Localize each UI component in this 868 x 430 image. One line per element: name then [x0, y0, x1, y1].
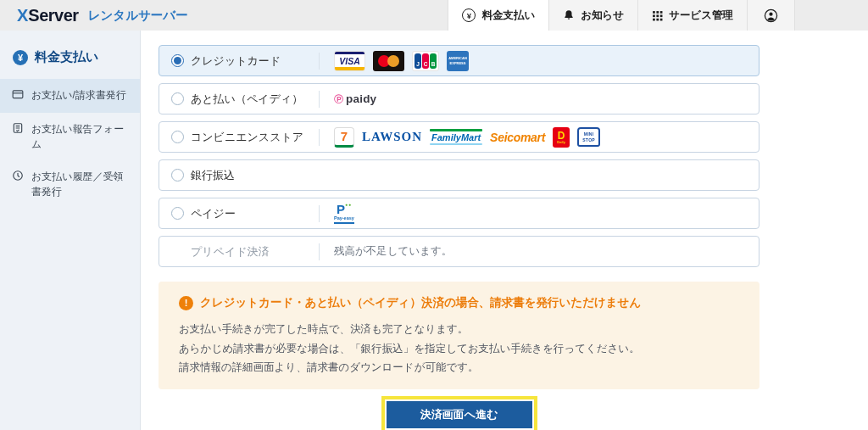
tab-payment-label: 料金支払い — [481, 8, 535, 23]
header-filler — [795, 0, 868, 31]
payment-option-prepaid: プリペイド決済 残高が不足しています。 — [159, 236, 760, 267]
payment-option-label: あと払い（ペイディ） — [191, 92, 303, 107]
top-header: X Server レンタルサーバー ¥ 料金支払い お知らせ — [0, 0, 868, 31]
payment-option-label: ペイジー — [191, 206, 236, 221]
user-circle-icon — [764, 8, 778, 23]
tab-payment[interactable]: ¥ 料金支払い — [448, 0, 548, 31]
notice-body: お支払い手続きが完了した時点で、決済も完了となります。 あらかじめ請求書が必要な… — [179, 320, 739, 377]
daily-yamazaki-logo: DDaily — [553, 127, 570, 148]
familymart-logo: FamilyMart — [430, 129, 482, 145]
warning-exclamation-icon: ! — [179, 296, 193, 310]
notice-line: 請求情報の詳細画面より、請求書のダウンロードが可能です。 — [179, 358, 739, 377]
radio-paidy[interactable] — [171, 92, 184, 105]
payment-option-bank-transfer[interactable]: 銀行振込 — [159, 159, 760, 191]
header-tabs: ¥ 料金支払い お知らせ サービス管理 — [448, 0, 795, 31]
radio-convenience-store[interactable] — [171, 131, 184, 143]
tab-news-label: お知らせ — [581, 8, 624, 23]
payment-option-convenience-store[interactable]: コンビニエンスストア 7 LAWSON FamilyMart Seicomart… — [159, 121, 760, 153]
payment-option-paidy[interactable]: あと払い（ペイディ） ℗ paidy — [159, 83, 760, 114]
yen-badge-icon: ¥ — [13, 50, 28, 65]
radio-payeasy[interactable] — [171, 207, 184, 220]
payment-option-label: プリペイド決済 — [171, 244, 270, 260]
payment-option-credit-card[interactable]: クレジットカード VISA JCB AMERICAN EXPRESS — [159, 45, 760, 76]
header-spacer — [188, 0, 448, 31]
invoice-notice-box: ! クレジットカード・あと払い（ペイディ）決済の場合、請求書を発行いただけません… — [159, 282, 760, 389]
logo-brand-server: Server — [28, 6, 78, 25]
annotation-highlight: 決済画面へ進む — [381, 396, 537, 430]
jcb-logo: JCB — [412, 51, 439, 71]
payment-method-list: クレジットカード VISA JCB AMERICAN EXPRESS あと払い（… — [159, 45, 760, 267]
card-icon — [12, 88, 24, 104]
visa-logo: VISA — [334, 51, 365, 71]
seven-eleven-logo: 7 — [334, 127, 354, 148]
tab-services-label: サービス管理 — [669, 8, 733, 23]
tab-news[interactable]: お知らせ — [548, 0, 637, 31]
payment-option-payeasy[interactable]: ペイジー P●● Pay-easy — [159, 198, 760, 229]
grid-icon — [652, 10, 663, 21]
sidebar-title: ¥ 料金支払い — [0, 49, 140, 79]
seicomart-logo: Seicomart — [490, 131, 545, 144]
sidebar-item-payment-report[interactable]: お支払い報告フォーム — [0, 113, 140, 160]
paidy-logo: ℗ paidy — [334, 92, 376, 106]
notice-line: あらかじめ請求書が必要な場合は、「銀行振込」を指定してお支払い手続きを行ってくだ… — [179, 339, 739, 359]
tab-services[interactable]: サービス管理 — [637, 0, 747, 31]
radio-credit-card[interactable] — [171, 54, 184, 67]
sidebar-item-label: お支払い報告フォーム — [31, 121, 128, 152]
sidebar-item-payment-history[interactable]: お支払い履歴／受領書発行 — [0, 160, 140, 208]
main-content: クレジットカード VISA JCB AMERICAN EXPRESS あと払い（… — [141, 31, 868, 430]
sidebar-item-label: お支払い/請求書発行 — [31, 87, 126, 103]
pay-easy-logo: P●● Pay-easy — [334, 203, 354, 224]
prepaid-balance-note: 残高が不足しています。 — [320, 244, 452, 259]
app-logo[interactable]: X Server レンタルサーバー — [0, 0, 188, 31]
sidebar-item-payment-invoice[interactable]: お支払い/請求書発行 — [0, 79, 140, 113]
clock-icon — [12, 170, 24, 186]
payment-option-label: コンビニエンスストア — [191, 130, 303, 145]
amex-logo: AMERICAN EXPRESS — [447, 51, 469, 71]
bell-icon — [563, 9, 575, 21]
logo-suffix: レンタルサーバー — [88, 8, 188, 24]
logo-brand-x: X — [17, 6, 27, 25]
sidebar: ¥ 料金支払い お支払い/請求書発行 お支払い報告フォーム お支払い履歴／受領書… — [0, 31, 141, 430]
tab-account[interactable] — [747, 0, 795, 31]
mastercard-logo — [373, 51, 404, 71]
report-form-icon — [12, 122, 24, 138]
radio-bank-transfer[interactable] — [171, 169, 184, 181]
payment-option-label: 銀行振込 — [191, 168, 235, 183]
lawson-logo: LAWSON — [362, 130, 422, 144]
proceed-to-payment-button[interactable]: 決済画面へ進む — [387, 401, 532, 428]
notice-title-text: クレジットカード・あと払い（ペイディ）決済の場合、請求書を発行いただけません — [200, 295, 641, 310]
sidebar-title-label: 料金支払い — [35, 49, 98, 65]
notice-line: お支払い手続きが完了した時点で、決済も完了となります。 — [179, 320, 739, 339]
yen-circle-icon: ¥ — [462, 8, 476, 22]
sidebar-item-label: お支払い履歴／受領書発行 — [31, 169, 128, 199]
ministop-logo: MINISTOP — [577, 127, 600, 147]
payment-option-label: クレジットカード — [191, 53, 281, 69]
